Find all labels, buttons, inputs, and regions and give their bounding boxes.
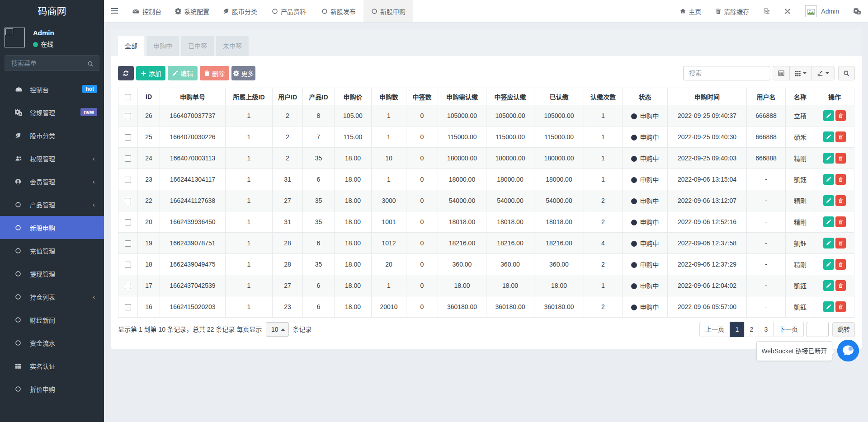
svg-text:A: A [768, 11, 770, 14]
